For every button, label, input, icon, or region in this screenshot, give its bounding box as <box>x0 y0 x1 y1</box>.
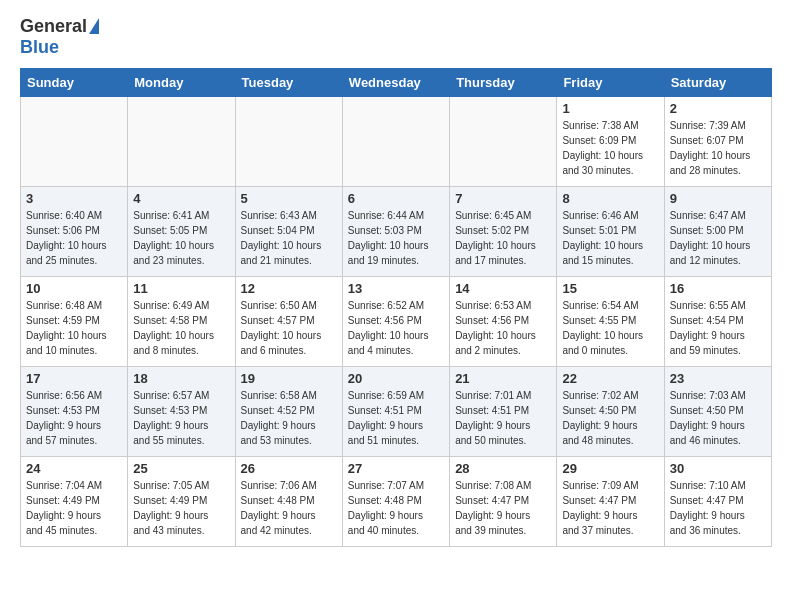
day-detail: Sunrise: 6:54 AM Sunset: 4:55 PM Dayligh… <box>562 298 658 358</box>
day-detail: Sunrise: 6:46 AM Sunset: 5:01 PM Dayligh… <box>562 208 658 268</box>
weekday-header-wednesday: Wednesday <box>342 69 449 97</box>
day-detail: Sunrise: 6:53 AM Sunset: 4:56 PM Dayligh… <box>455 298 551 358</box>
calendar-cell: 20Sunrise: 6:59 AM Sunset: 4:51 PM Dayli… <box>342 367 449 457</box>
calendar-cell <box>21 97 128 187</box>
day-number: 23 <box>670 371 766 386</box>
day-detail: Sunrise: 6:55 AM Sunset: 4:54 PM Dayligh… <box>670 298 766 358</box>
calendar-cell: 19Sunrise: 6:58 AM Sunset: 4:52 PM Dayli… <box>235 367 342 457</box>
calendar-cell: 1Sunrise: 7:38 AM Sunset: 6:09 PM Daylig… <box>557 97 664 187</box>
calendar-week-4: 17Sunrise: 6:56 AM Sunset: 4:53 PM Dayli… <box>21 367 772 457</box>
weekday-header-saturday: Saturday <box>664 69 771 97</box>
day-detail: Sunrise: 6:59 AM Sunset: 4:51 PM Dayligh… <box>348 388 444 448</box>
calendar-week-5: 24Sunrise: 7:04 AM Sunset: 4:49 PM Dayli… <box>21 457 772 547</box>
day-detail: Sunrise: 6:41 AM Sunset: 5:05 PM Dayligh… <box>133 208 229 268</box>
calendar-cell: 16Sunrise: 6:55 AM Sunset: 4:54 PM Dayli… <box>664 277 771 367</box>
day-number: 24 <box>26 461 122 476</box>
day-number: 5 <box>241 191 337 206</box>
day-number: 30 <box>670 461 766 476</box>
calendar-cell: 25Sunrise: 7:05 AM Sunset: 4:49 PM Dayli… <box>128 457 235 547</box>
day-detail: Sunrise: 6:45 AM Sunset: 5:02 PM Dayligh… <box>455 208 551 268</box>
day-number: 16 <box>670 281 766 296</box>
weekday-header-friday: Friday <box>557 69 664 97</box>
calendar-table: SundayMondayTuesdayWednesdayThursdayFrid… <box>20 68 772 547</box>
calendar-cell: 13Sunrise: 6:52 AM Sunset: 4:56 PM Dayli… <box>342 277 449 367</box>
calendar-cell: 6Sunrise: 6:44 AM Sunset: 5:03 PM Daylig… <box>342 187 449 277</box>
calendar-cell: 24Sunrise: 7:04 AM Sunset: 4:49 PM Dayli… <box>21 457 128 547</box>
day-number: 28 <box>455 461 551 476</box>
day-detail: Sunrise: 6:56 AM Sunset: 4:53 PM Dayligh… <box>26 388 122 448</box>
day-detail: Sunrise: 7:07 AM Sunset: 4:48 PM Dayligh… <box>348 478 444 538</box>
day-number: 20 <box>348 371 444 386</box>
day-detail: Sunrise: 7:10 AM Sunset: 4:47 PM Dayligh… <box>670 478 766 538</box>
day-number: 14 <box>455 281 551 296</box>
calendar-week-3: 10Sunrise: 6:48 AM Sunset: 4:59 PM Dayli… <box>21 277 772 367</box>
calendar-cell <box>450 97 557 187</box>
calendar-cell: 2Sunrise: 7:39 AM Sunset: 6:07 PM Daylig… <box>664 97 771 187</box>
logo: General Blue <box>20 16 99 58</box>
calendar-header: General Blue <box>20 16 772 58</box>
day-detail: Sunrise: 6:49 AM Sunset: 4:58 PM Dayligh… <box>133 298 229 358</box>
calendar-container: General Blue SundayMondayTuesdayWednesda… <box>0 0 792 557</box>
day-number: 1 <box>562 101 658 116</box>
calendar-cell: 17Sunrise: 6:56 AM Sunset: 4:53 PM Dayli… <box>21 367 128 457</box>
day-detail: Sunrise: 7:02 AM Sunset: 4:50 PM Dayligh… <box>562 388 658 448</box>
day-number: 22 <box>562 371 658 386</box>
day-number: 13 <box>348 281 444 296</box>
calendar-cell <box>235 97 342 187</box>
day-number: 29 <box>562 461 658 476</box>
calendar-cell: 5Sunrise: 6:43 AM Sunset: 5:04 PM Daylig… <box>235 187 342 277</box>
day-number: 10 <box>26 281 122 296</box>
day-number: 18 <box>133 371 229 386</box>
day-number: 12 <box>241 281 337 296</box>
day-detail: Sunrise: 7:01 AM Sunset: 4:51 PM Dayligh… <box>455 388 551 448</box>
day-detail: Sunrise: 7:03 AM Sunset: 4:50 PM Dayligh… <box>670 388 766 448</box>
day-detail: Sunrise: 7:09 AM Sunset: 4:47 PM Dayligh… <box>562 478 658 538</box>
day-number: 26 <box>241 461 337 476</box>
weekday-header-sunday: Sunday <box>21 69 128 97</box>
weekday-header-row: SundayMondayTuesdayWednesdayThursdayFrid… <box>21 69 772 97</box>
day-detail: Sunrise: 6:52 AM Sunset: 4:56 PM Dayligh… <box>348 298 444 358</box>
weekday-header-monday: Monday <box>128 69 235 97</box>
day-detail: Sunrise: 7:06 AM Sunset: 4:48 PM Dayligh… <box>241 478 337 538</box>
day-detail: Sunrise: 6:40 AM Sunset: 5:06 PM Dayligh… <box>26 208 122 268</box>
calendar-cell <box>342 97 449 187</box>
calendar-cell <box>128 97 235 187</box>
day-number: 3 <box>26 191 122 206</box>
day-detail: Sunrise: 6:43 AM Sunset: 5:04 PM Dayligh… <box>241 208 337 268</box>
day-detail: Sunrise: 7:08 AM Sunset: 4:47 PM Dayligh… <box>455 478 551 538</box>
day-number: 17 <box>26 371 122 386</box>
day-number: 4 <box>133 191 229 206</box>
day-number: 21 <box>455 371 551 386</box>
calendar-cell: 21Sunrise: 7:01 AM Sunset: 4:51 PM Dayli… <box>450 367 557 457</box>
weekday-header-thursday: Thursday <box>450 69 557 97</box>
calendar-cell: 4Sunrise: 6:41 AM Sunset: 5:05 PM Daylig… <box>128 187 235 277</box>
logo-blue-text: Blue <box>20 37 59 58</box>
day-number: 7 <box>455 191 551 206</box>
day-detail: Sunrise: 6:57 AM Sunset: 4:53 PM Dayligh… <box>133 388 229 448</box>
day-number: 27 <box>348 461 444 476</box>
calendar-week-2: 3Sunrise: 6:40 AM Sunset: 5:06 PM Daylig… <box>21 187 772 277</box>
calendar-cell: 30Sunrise: 7:10 AM Sunset: 4:47 PM Dayli… <box>664 457 771 547</box>
calendar-cell: 8Sunrise: 6:46 AM Sunset: 5:01 PM Daylig… <box>557 187 664 277</box>
day-number: 15 <box>562 281 658 296</box>
calendar-week-1: 1Sunrise: 7:38 AM Sunset: 6:09 PM Daylig… <box>21 97 772 187</box>
day-detail: Sunrise: 6:44 AM Sunset: 5:03 PM Dayligh… <box>348 208 444 268</box>
logo-general-text: General <box>20 16 87 37</box>
day-detail: Sunrise: 6:47 AM Sunset: 5:00 PM Dayligh… <box>670 208 766 268</box>
calendar-cell: 11Sunrise: 6:49 AM Sunset: 4:58 PM Dayli… <box>128 277 235 367</box>
day-detail: Sunrise: 6:48 AM Sunset: 4:59 PM Dayligh… <box>26 298 122 358</box>
calendar-cell: 28Sunrise: 7:08 AM Sunset: 4:47 PM Dayli… <box>450 457 557 547</box>
day-detail: Sunrise: 7:04 AM Sunset: 4:49 PM Dayligh… <box>26 478 122 538</box>
calendar-cell: 9Sunrise: 6:47 AM Sunset: 5:00 PM Daylig… <box>664 187 771 277</box>
calendar-cell: 22Sunrise: 7:02 AM Sunset: 4:50 PM Dayli… <box>557 367 664 457</box>
weekday-header-tuesday: Tuesday <box>235 69 342 97</box>
logo-triangle-icon <box>89 18 99 34</box>
day-detail: Sunrise: 7:05 AM Sunset: 4:49 PM Dayligh… <box>133 478 229 538</box>
day-number: 8 <box>562 191 658 206</box>
calendar-cell: 12Sunrise: 6:50 AM Sunset: 4:57 PM Dayli… <box>235 277 342 367</box>
calendar-cell: 18Sunrise: 6:57 AM Sunset: 4:53 PM Dayli… <box>128 367 235 457</box>
calendar-cell: 7Sunrise: 6:45 AM Sunset: 5:02 PM Daylig… <box>450 187 557 277</box>
day-detail: Sunrise: 7:38 AM Sunset: 6:09 PM Dayligh… <box>562 118 658 178</box>
calendar-cell: 15Sunrise: 6:54 AM Sunset: 4:55 PM Dayli… <box>557 277 664 367</box>
calendar-cell: 26Sunrise: 7:06 AM Sunset: 4:48 PM Dayli… <box>235 457 342 547</box>
